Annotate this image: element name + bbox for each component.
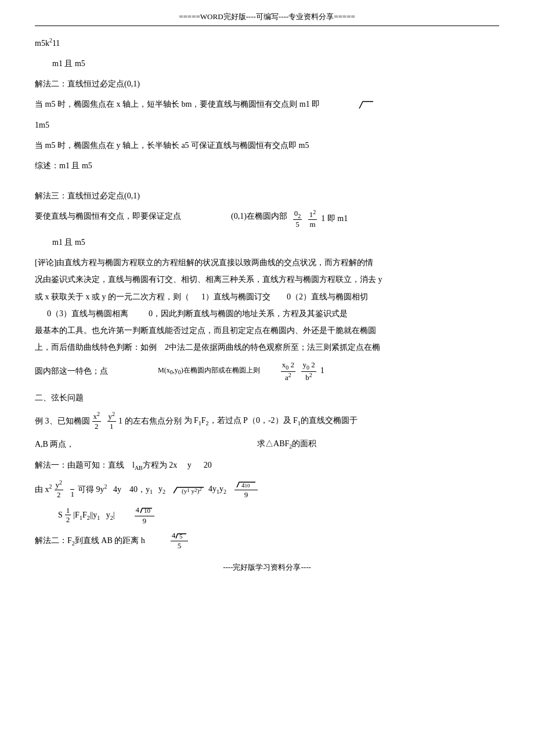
header-text: =====WORD完好版----可编写----专业资料分享===== [179, 12, 355, 21]
sol1-result3: 4y1y2 [208, 482, 226, 497]
method3-result: m1 且 m5 [35, 235, 499, 249]
example3-line: 例 3、已知椭圆 x2 2 y2 1 1 的左右焦点分别 为 F1F2，若过点 … [35, 411, 499, 431]
content: m5k211 m1 且 m5 解法二：直线恒过必定点(0,1) 当 m5 时，椭… [35, 35, 499, 551]
sol1-by: 由 x2 [35, 482, 52, 497]
method3-title: 解法三：直线恒过必定点(0,1) [35, 189, 499, 203]
sol1-s-body: |F1F2||y1 y2| [73, 508, 114, 523]
sol1-eq-line: 由 x2 y2 2 1 可得 9y2 4y 40，y1 y2 (y1 y2)2 [35, 479, 499, 500]
svg-text:10: 10 [144, 507, 151, 514]
sol1-result: 可得 9y2 4y 40，y1 [78, 482, 153, 497]
method3-pre: 要使直线与椭圆恒有交点，即要保证定点 [35, 209, 181, 223]
line-m5k: m5k211 [35, 35, 499, 50]
comment-line6: 上，而后借助曲线特色判断：如例 2中法二是依据两曲线的特色观察所至；法三则紧抓定… [35, 340, 499, 355]
method3-frac: 02 5 12 m 1 即 m1 [293, 209, 348, 229]
sol1-sqrt2: 410 9 [232, 479, 258, 500]
sol1-s-frac: 1 2 [65, 506, 71, 525]
header: =====WORD完好版----可编写----专业资料分享===== [35, 12, 499, 26]
comment-line3: 或 x 获取关于 x 或 y 的一元二次方程，则（ 1）直线与椭圆订交 0（2）… [35, 290, 499, 304]
example3-frac: x2 2 y2 1 [92, 411, 117, 431]
circle-inner-line: 圆内部这一特色；点 M(x0,y0)在椭圆内部或在椭圆上则 x0 2 a2 y0… [35, 360, 499, 382]
svg-text:5: 5 [179, 533, 183, 540]
comment-line1: [评论]由直线方程与椭圆方程联立的方程组解的状况直接以致两曲线的交点状况，而方程… [35, 255, 499, 270]
sol2-frac: 4 5 5 [171, 531, 189, 551]
svg-text:410: 410 [241, 482, 250, 489]
summary-line: 综述：m1 且 m5 [35, 158, 499, 173]
sol2-line: 解法二：F2到直线 AB 的距离 h 4 5 5 [35, 531, 499, 551]
case2-line: 当 m5 时，椭圆焦点在 y 轴上，长半轴长 a5 可保证直线与椭圆恒有交点即 … [35, 138, 499, 153]
method3-point: (0,1)在椭圆内部 [231, 209, 287, 223]
example3-find: 求△ABF2的面积 [74, 436, 499, 452]
sol1-s-frac2: 4 10 9 [135, 505, 155, 526]
method3-line1: 要使直线与椭圆恒有交点，即要保证定点 (0,1)在椭圆内部 02 5 12 m … [35, 209, 499, 229]
sol1-s-label: S [58, 508, 63, 522]
svg-text:(y1 y2)2: (y1 y2)2 [182, 486, 202, 495]
comment-line2: 况由鉴识式来决定，直线与椭圆有订交、相切、相离三种关系，直线方程与椭圆方程联立，… [35, 272, 499, 287]
method2-title: 解法二：直线恒过必定点(0,1) [35, 77, 499, 91]
case1-line: 当 m5 时，椭圆焦点在 x 轴上，短半轴长 bm，要使直线与椭圆恒有交点则 m… [35, 97, 499, 112]
circle-frac: x0 2 a2 y0 2 b2 1 [281, 360, 324, 382]
footer-text: ----完好版学习资料分享---- [223, 563, 311, 571]
sol1-frac1: y2 2 1 [55, 479, 76, 500]
example3-for: 为 F1F2，若过点 P（0，-2）及 F1的直线交椭圆于 [184, 413, 358, 429]
circle-pre: 圆内部这一特色；点 [35, 364, 108, 378]
sol1-sqrt1: (y1 y2)2 [171, 482, 206, 497]
sol1-title: 解法一：由题可知：直线 lAB方程为 2x y 20 [35, 458, 499, 473]
sol1-result2: y2 [158, 482, 165, 497]
page-container: =====WORD完好版----可编写----专业资料分享===== m5k21… [35, 12, 499, 573]
case1-result: 1m5 [35, 118, 499, 132]
line-m1-m5: m1 且 m5 [35, 56, 499, 71]
comment-line5: 最基本的工具。也允许第一判断直线能否过定点，而且初定定点在椭圆内、外还是干脆就在… [35, 323, 499, 338]
section2-title: 二、弦长问题 [35, 390, 499, 405]
comment-line4: 0（3）直线与椭圆相离 0，因此判断直线与椭圆的地址关系，方程及其鉴识式是 [35, 306, 499, 321]
footer: ----完好版学习资料分享---- [35, 562, 499, 573]
comment-block: [评论]由直线方程与椭圆方程联立的方程组解的状况直接以致两曲线的交点状况，而方程… [35, 255, 499, 355]
example3-post: 1 的左右焦点分别 [118, 414, 182, 428]
sol1-s-line: S 1 2 |F1F2||y1 y2| 4 10 9 [35, 505, 499, 526]
example3-ab-text: A,B 两点， [35, 437, 74, 451]
sol2-title: 解法二：F2到直线 AB 的距离 h [35, 533, 145, 549]
example3-ab: A,B 两点， 求△ABF2的面积 [35, 436, 499, 452]
example3-pre: 例 3、已知椭圆 [35, 414, 90, 428]
circle-mid: M(x0,y0)在椭圆内部或在椭圆上则 [158, 364, 260, 378]
